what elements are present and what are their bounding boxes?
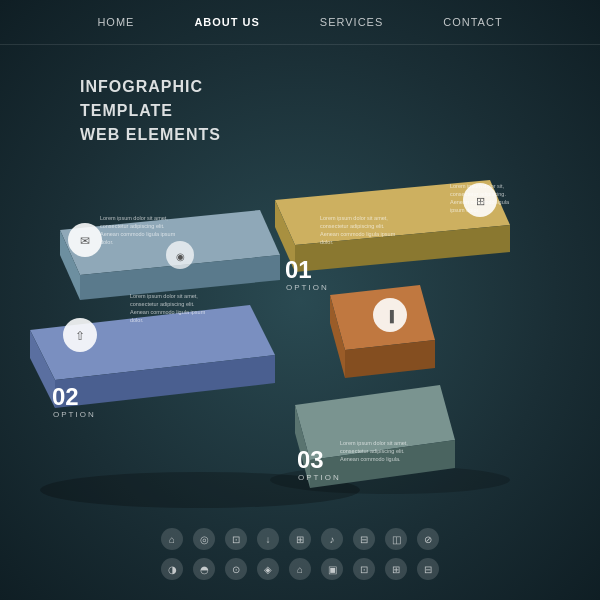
bottom-icon[interactable]: ⊡	[225, 528, 247, 550]
bottom-icon[interactable]: ◈	[257, 558, 279, 580]
bottom-icon[interactable]: ◎	[193, 528, 215, 550]
bottom-icon[interactable]: ⌂	[161, 528, 183, 550]
svg-text:Aenean commodo ligula: Aenean commodo ligula	[450, 199, 510, 205]
bottom-icon[interactable]: ⊟	[417, 558, 439, 580]
bottom-icon[interactable]: ◑	[161, 558, 183, 580]
bottom-icon[interactable]: ⌂	[289, 558, 311, 580]
bottom-icon[interactable]: ⊙	[225, 558, 247, 580]
svg-text:Lorem ipsum dolor sit amet,: Lorem ipsum dolor sit amet,	[130, 293, 198, 299]
svg-text:dolor.: dolor.	[100, 239, 114, 245]
bottom-icons-row2: ◑ ◓ ⊙ ◈ ⌂ ▣ ⊡ ⊞ ⊟	[0, 558, 600, 580]
main-content: INFOGRAPHIC TEMPLATE WEB ELEMENTS	[0, 45, 600, 600]
svg-text:Lorem ipsum dolor sit amet,: Lorem ipsum dolor sit amet,	[100, 215, 168, 221]
bottom-icon[interactable]: ◓	[193, 558, 215, 580]
nav-about[interactable]: ABOUT US	[194, 16, 259, 28]
svg-text:dolor.: dolor.	[320, 239, 334, 245]
svg-text:OPTION: OPTION	[298, 473, 341, 482]
svg-text:consectetur adipiscing elit.: consectetur adipiscing elit.	[100, 223, 165, 229]
svg-text:Aenean commodo ligula ipsum: Aenean commodo ligula ipsum	[320, 231, 396, 237]
svg-text:◉: ◉	[176, 251, 185, 262]
svg-text:Lorem ipsum dolor sit amet,: Lorem ipsum dolor sit amet,	[320, 215, 388, 221]
bottom-icon[interactable]: ⊟	[353, 528, 375, 550]
bottom-icon[interactable]: ◫	[385, 528, 407, 550]
bottom-icon[interactable]: ⊞	[385, 558, 407, 580]
svg-text:Aenean commodo ligula ipsum: Aenean commodo ligula ipsum	[100, 231, 176, 237]
bottom-icon[interactable]: ▣	[321, 558, 343, 580]
bottom-icon[interactable]: ↓	[257, 528, 279, 550]
svg-text:consectetur adipiscing.: consectetur adipiscing.	[450, 191, 506, 197]
navigation: HOME ABOUT US SERVICES CONTACT	[0, 0, 600, 45]
nav-home[interactable]: HOME	[97, 16, 134, 28]
nav-services[interactable]: SERVICES	[320, 16, 383, 28]
infographic-scene: ✉ ◉ ⇧ ⊞ ▐ 01 OPTION 02 OPTION 03 OPTION …	[0, 100, 600, 530]
bottom-icons-row1: ⌂ ◎ ⊡ ↓ ⊞ ♪ ⊟ ◫ ⊘	[0, 528, 600, 550]
svg-text:ipsum dolor.: ipsum dolor.	[450, 207, 480, 213]
svg-text:Lorem ipsum dolor sit amet,: Lorem ipsum dolor sit amet,	[340, 440, 408, 446]
bottom-icon[interactable]: ⊘	[417, 528, 439, 550]
bottom-icon[interactable]: ⊞	[289, 528, 311, 550]
bottom-icon[interactable]: ⊡	[353, 558, 375, 580]
bottom-icon[interactable]: ♪	[321, 528, 343, 550]
svg-text:03: 03	[297, 446, 324, 473]
svg-text:Lorem ipsum dolor sit,: Lorem ipsum dolor sit,	[450, 183, 505, 189]
svg-text:01: 01	[285, 256, 312, 283]
svg-text:consectetur adipiscing elit.: consectetur adipiscing elit.	[320, 223, 385, 229]
nav-contact[interactable]: CONTACT	[443, 16, 502, 28]
svg-text:consectetur adipiscing elit.: consectetur adipiscing elit.	[340, 448, 405, 454]
svg-text:✉: ✉	[80, 234, 90, 248]
svg-text:Aenean commodo ligula ipsum: Aenean commodo ligula ipsum	[130, 309, 206, 315]
svg-text:▐: ▐	[386, 309, 394, 324]
svg-text:dolor.: dolor.	[130, 317, 144, 323]
svg-text:OPTION: OPTION	[286, 283, 329, 292]
svg-text:Aenean commodo ligula.: Aenean commodo ligula.	[340, 456, 401, 462]
svg-text:02: 02	[52, 383, 79, 410]
svg-text:consectetur adipiscing elit.: consectetur adipiscing elit.	[130, 301, 195, 307]
svg-text:⇧: ⇧	[75, 329, 85, 343]
svg-text:OPTION: OPTION	[53, 410, 96, 419]
